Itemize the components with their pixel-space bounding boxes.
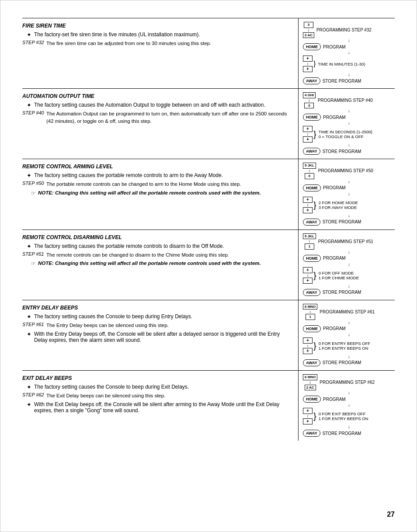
btn-6: 6 MNO xyxy=(303,374,317,380)
section-title-fire-siren: FIRE SIREN TIME xyxy=(22,23,294,29)
bullet-text: The factory setting causes the portable … xyxy=(34,172,223,178)
section-title-entry-delay: ENTRY DELAY BEEPS xyxy=(22,305,294,311)
step-arming-0: STEP #50 The portable remote controls ca… xyxy=(22,181,294,188)
step-text: The Automation Output can be programmed … xyxy=(46,110,294,125)
btn-2ac: 2 AC xyxy=(303,32,314,38)
bullet-disarming-0: ✦ The factory setting causes the portabl… xyxy=(27,243,294,250)
step-label: STEP #32 xyxy=(22,40,46,45)
away-btn: AWAY xyxy=(303,430,320,437)
left-col-fire-siren: FIRE SIREN TIME ✦ The factory-set fire s… xyxy=(22,18,299,88)
prog-row-bracket: + ↕ + } 0 FOR ENTRY BEEPS OFF1 FOR ENTRY… xyxy=(303,337,390,354)
left-col-exit-delay: EXIT DELAY BEEPS ✦ The factory setting c… xyxy=(22,371,299,441)
home-btn: HOME xyxy=(303,325,321,332)
arrow-1: ↓ xyxy=(308,38,390,43)
note-symbol: ☞ xyxy=(31,261,36,267)
bullet-arming-0: ✦ The factory setting causes the portabl… xyxy=(27,172,294,179)
step-label: STEP #51 xyxy=(22,251,46,257)
left-col-arming: REMOTE CONTROL ARMING LEVEL ✦ The factor… xyxy=(22,159,299,229)
stacked-btns: 4 GHI ↕ 0 xyxy=(303,92,316,108)
btn-2ac: 2 AC xyxy=(305,385,316,391)
step-disarming-0: STEP #51 The remote controls can be chan… xyxy=(22,251,294,259)
section-arming: REMOTE CONTROL ARMING LEVEL ✦ The factor… xyxy=(22,159,395,229)
right-col-disarming: 5 JKL ↕ 1 PROGRAMMING STEP #51 ↓ HOME PR… xyxy=(299,230,395,300)
bullet-text: The factory setting causes the Automatio… xyxy=(34,102,265,108)
prog-row-bracket: + ↕ + } 0 FOR EXIT BEEPS OFF1 FOR ENTRY … xyxy=(303,408,390,424)
store-label: STORE PROGRAM xyxy=(323,431,361,436)
arrow-1: ↓ xyxy=(308,391,390,395)
home-label: PROGRAM xyxy=(323,45,346,49)
right-col-fire-siren: 3 ↕ 2 AC PROGRAMMING STEP #32 ↓ HOME PRO… xyxy=(299,18,395,88)
arrow-3: ↓ xyxy=(308,355,390,359)
arrow-2: ↓ xyxy=(308,121,390,125)
prog-row-home: HOME PROGRAM xyxy=(303,396,390,403)
page-number: 27 xyxy=(387,511,395,518)
away-btn: AWAY xyxy=(303,289,320,296)
store-label: STORE PROGRAM xyxy=(323,79,361,83)
time-label: TIME IN MINUTES (1-30) xyxy=(318,62,365,66)
btn-0: 0 xyxy=(304,103,314,109)
section-entry-delay: ENTRY DELAY BEEPS ✦ The factory setting … xyxy=(22,300,395,371)
note-arming-0: ☞ NOTE: Changing this setting will affec… xyxy=(31,190,294,196)
left-col-disarming: REMOTE CONTROL DISARMING LEVEL ✦ The fac… xyxy=(22,230,299,300)
right-col-arming: 5 JKL ↕ 0 PROGRAMMING STEP #50 ↓ HOME PR… xyxy=(299,159,395,229)
stacked-btns: 5 JKL ↕ 1 xyxy=(303,233,316,250)
prog-step-label: PROGRAMMING STEP #62 xyxy=(320,380,375,385)
prog-row-top: 6 MNO ↕ 1 PROGRAMMING STEP #61 xyxy=(303,304,390,320)
prog-row-bracket: + ↕ + } TIME IN MINUTES (1-30) xyxy=(303,56,390,72)
right-col-automation: 4 GHI ↕ 0 PROGRAMMING STEP #40 ↓ HOME PR… xyxy=(299,89,395,159)
prog-row-home: HOME PROGRAM xyxy=(303,255,390,262)
step-automation-0: STEP #40 The Automation Output can be pr… xyxy=(22,110,294,125)
prog-step-label: PROGRAMMING STEP #61 xyxy=(320,309,375,314)
prog-row-top: 6 MNO ↕ 2 AC PROGRAMMING STEP #62 xyxy=(303,374,390,390)
plus-btn-2: + xyxy=(303,418,313,424)
diagram-disarming: 5 JKL ↕ 1 PROGRAMMING STEP #51 ↓ HOME PR… xyxy=(303,233,390,296)
bullet-symbol: ✦ xyxy=(27,331,31,337)
bullet-symbol: ✦ xyxy=(27,243,31,250)
prog-row-bracket: + ↕ + } 2 FOR HOME MODE3 FOR AWAY MODE xyxy=(303,197,390,213)
prog-row-away: AWAY STORE PROGRAM xyxy=(303,219,390,226)
prog-row-away: AWAY STORE PROGRAM xyxy=(303,359,390,366)
arrow-1: ↓ xyxy=(308,109,390,113)
prog-row-home: HOME PROGRAM xyxy=(303,184,390,191)
arrow-2: ↓ xyxy=(308,333,390,337)
home-btn: HOME xyxy=(303,255,321,262)
step-text: The remote controls can be changed to di… xyxy=(46,251,294,259)
arrow-3: ↓ xyxy=(308,143,390,147)
bullet-symbol: ✦ xyxy=(27,384,31,390)
note-symbol: ☞ xyxy=(31,190,36,196)
time-label: TIME IN SECONDS (1-2500)0 = TOGGLE ON & … xyxy=(319,129,372,139)
bullet-exit-0: ✦ The factory setting causes the Console… xyxy=(27,384,294,390)
store-label: STORE PROGRAM xyxy=(323,149,361,154)
store-label: STORE PROGRAM xyxy=(323,219,361,224)
bullet-text: With the Exit Delay beeps off, the Conso… xyxy=(34,401,294,414)
bullet-symbol: ✦ xyxy=(27,102,31,108)
stacked-btns: 6 MNO ↕ 2 AC xyxy=(303,374,317,390)
prog-row-bracket: + ↕ + } 0 FOR OFF MODE1 FOR CHIME MODE xyxy=(303,267,390,284)
plus-btn-1: + xyxy=(303,408,313,414)
bullet-text: The factory setting causes the Console t… xyxy=(34,313,192,320)
away-btn: AWAY xyxy=(303,219,320,226)
prog-step-label: PROGRAMMING STEP #40 xyxy=(318,98,373,103)
home-btn: HOME xyxy=(303,43,321,50)
btn-6: 6 MNO xyxy=(303,304,317,310)
mode-label: 0 FOR OFF MODE1 FOR CHIME MODE xyxy=(319,271,359,280)
plus-btn-1: + xyxy=(303,56,313,62)
prog-row-bracket: + ↕ + } TIME IN SECONDS (1-2500)0 = TOGG… xyxy=(303,126,390,143)
step-label: STEP #40 xyxy=(22,110,46,115)
arrow-3: ↓ xyxy=(308,73,390,77)
plus-btn-1: + xyxy=(303,337,313,344)
home-label: PROGRAM xyxy=(323,326,346,331)
bullet-entry-0: ✦ The factory setting causes the Console… xyxy=(27,313,294,320)
home-btn: HOME xyxy=(303,184,321,191)
plus-btn-2: + xyxy=(303,348,313,354)
arrow-2: ↓ xyxy=(308,192,390,196)
step-label: STEP #62 xyxy=(22,392,46,397)
diagram-arming: 5 JKL ↕ 0 PROGRAMMING STEP #50 ↓ HOME PR… xyxy=(303,163,390,226)
arrow-3: ↓ xyxy=(308,214,390,218)
store-label: STORE PROGRAM xyxy=(323,360,361,365)
btn-4: 4 GHI xyxy=(303,92,316,98)
bullet-entry-extra-0: ✦ With the Entry Delay beeps off, the Co… xyxy=(27,331,294,343)
btn-5: 5 JKL xyxy=(303,163,316,169)
plus-btn-2: + xyxy=(303,66,313,72)
home-label: PROGRAM xyxy=(323,185,346,190)
